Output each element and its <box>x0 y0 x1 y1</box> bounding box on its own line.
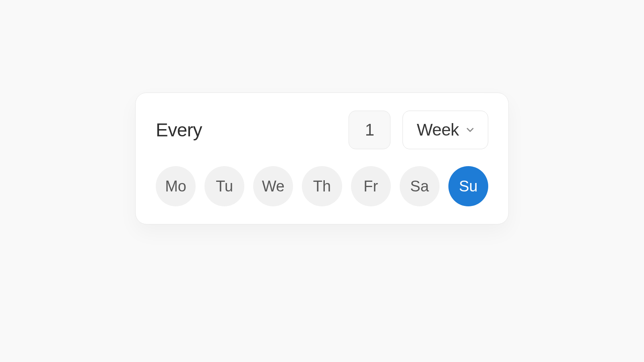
day-chip-fr[interactable]: Fr <box>351 166 391 206</box>
unit-select[interactable]: Week <box>402 111 488 149</box>
day-chip-sa[interactable]: Sa <box>400 166 440 206</box>
chevron-down-icon <box>464 124 476 136</box>
unit-select-label: Week <box>417 120 459 140</box>
every-label: Every <box>156 119 202 141</box>
day-chip-we[interactable]: We <box>253 166 293 206</box>
day-chip-tu[interactable]: Tu <box>204 166 244 206</box>
day-chip-mo[interactable]: Mo <box>156 166 196 206</box>
recurrence-row: Every Week <box>156 111 488 149</box>
recurrence-controls: Week <box>349 111 488 149</box>
interval-input[interactable] <box>349 111 390 149</box>
day-chip-su[interactable]: Su <box>448 166 488 206</box>
recurrence-card: Every Week Mo Tu We Th Fr Sa Su <box>135 93 509 224</box>
days-row: Mo Tu We Th Fr Sa Su <box>156 166 488 206</box>
day-chip-th[interactable]: Th <box>302 166 342 206</box>
